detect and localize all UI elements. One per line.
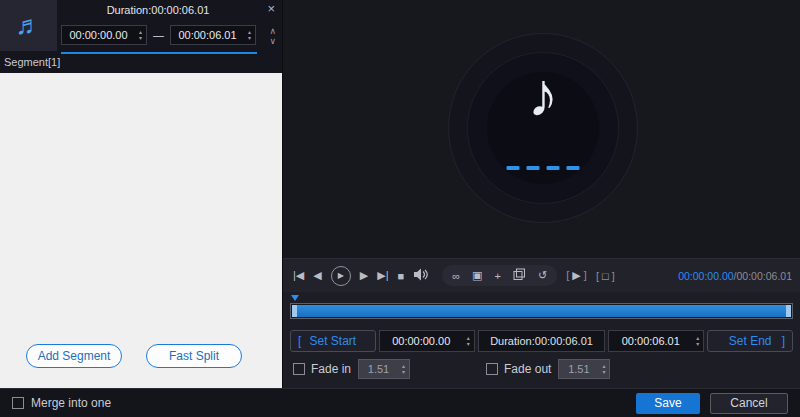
segment-stop-icon: □ [602,270,609,282]
playback-time-display: 00:00:00.00/00:00:06.01 [678,270,792,282]
snapshot-icon[interactable]: ▣ [472,269,482,282]
audio-clip-window: ♬ Duration:00:00:06.01 × 00:00:00.00 ▴ ▾… [0,0,800,417]
set-start-button[interactable]: [ Set Start [290,330,376,352]
playhead-marker[interactable] [291,295,299,301]
trim-start-time-input[interactable]: 00:00:00.00 ▴ ▾ [379,330,475,352]
fade-in-label: Fade in [311,362,351,376]
segment-end-time-value[interactable]: 00:00:06.01 [171,29,244,41]
spin-down-icon[interactable]: ▾ [398,369,409,375]
fade-out-duration-input[interactable]: 1.51 ▴ ▾ [558,359,610,379]
fade-in-duration-input[interactable]: 1.51 ▴ ▾ [358,359,410,379]
bracket-close-icon: ] [584,269,587,281]
fast-split-button[interactable]: Fast Split [146,344,242,368]
spin-down-icon[interactable]: ▾ [692,341,703,347]
trim-end-time-input[interactable]: 00:00:06.01 ▴ ▾ [608,330,704,352]
fade-out-label: Fade out [504,362,551,376]
footer-bar: Merge into one Save Cancel [0,388,800,417]
merge-into-one-checkbox[interactable] [12,397,24,409]
bracket-close-icon: ] [782,334,785,348]
spin-down-icon[interactable]: ▾ [598,369,609,375]
segment-list-panel: ♬ Duration:00:00:06.01 × 00:00:00.00 ▴ ▾… [0,0,283,388]
total-time: /00:00:06.01 [734,270,792,282]
spin-down-icon[interactable]: ▾ [135,35,146,41]
loop-icon[interactable]: ∞ [452,270,460,282]
segment-end-time-input[interactable]: 00:00:06.01 ▴ ▾ [170,25,256,45]
add-segment-button[interactable]: Add Segment [26,344,122,368]
vinyl-disc: ♪ [448,33,638,223]
bracket-open-icon: [ [298,334,301,348]
selected-range-fill[interactable] [292,305,791,317]
timeline [283,292,800,328]
range-separator: — [153,29,164,41]
music-note-icon: ♬ [16,10,42,41]
copy-icon[interactable] [513,268,526,283]
fade-out-value[interactable]: 1.51 [559,363,598,375]
bracket-open-icon: [ [596,270,599,282]
set-end-label: Set End [729,334,772,348]
fade-out-checkbox[interactable] [486,363,498,375]
chevron-up-icon[interactable]: ∧ [269,26,276,36]
dash [567,166,580,170]
segment-name-label: Segment[1] [4,56,60,68]
trim-end-time-value[interactable]: 00:00:06.01 [609,335,692,347]
add-icon[interactable]: + [495,270,501,282]
timeline-track[interactable] [290,303,793,319]
skip-to-end-icon[interactable]: ▶| [377,269,388,282]
step-forward-icon[interactable]: ▶ [360,269,368,282]
bracket-open-icon: [ [566,269,569,281]
spin-down-icon[interactable]: ▾ [244,35,255,41]
dash [507,166,520,170]
segment-progress-line [61,52,257,54]
edit-tools-group: ∞ ▣ + ↺ [442,265,557,286]
fade-in-checkbox[interactable] [293,363,305,375]
dash [547,166,560,170]
segment-play-icon: ▶ [572,269,580,281]
cancel-button[interactable]: Cancel [710,393,788,414]
duration-display: Duration:00:00:06.01 [478,330,606,352]
fade-controls-row: Fade in 1.51 ▴ ▾ Fade out 1.51 ▴ ▾ [293,359,610,379]
play-button[interactable]: ▶ [331,266,351,286]
spin-down-icon[interactable]: ▾ [463,341,474,347]
trim-start-handle[interactable] [292,305,297,317]
bracket-close-icon: ] [612,270,615,282]
close-icon[interactable]: × [267,2,275,16]
segment-duration-title: Duration:00:00:06.01 [60,4,256,16]
segment-start-time-input[interactable]: 00:00:00.00 ▴ ▾ [61,25,147,45]
dash [527,166,540,170]
stop-segment-button[interactable]: [ □ ] [596,270,615,282]
audio-loading-dashes [507,166,580,170]
trim-controls-row: [ Set Start 00:00:00.00 ▴ ▾ Duration:00:… [290,330,793,352]
reset-icon[interactable]: ↺ [538,269,547,282]
segment-item[interactable]: ♬ Duration:00:00:06.01 × 00:00:00.00 ▴ ▾… [0,0,282,73]
fade-in-value[interactable]: 1.51 [359,363,398,375]
preview-panel: ♪ |◀ ◀ ▶ ▶ ▶| ■ ∞ ▣ [283,0,800,388]
current-time: 00:00:00.00 [678,270,733,282]
chevron-down-icon[interactable]: ∨ [269,36,276,46]
segment-start-time-value[interactable]: 00:00:00.00 [62,29,135,41]
play-segment-button[interactable]: [ ▶ ] [566,269,587,282]
player-controls-bar: |◀ ◀ ▶ ▶ ▶| ■ ∞ ▣ + ↺ [ ▶ [283,258,800,292]
audio-preview-area: ♪ [283,0,800,258]
music-note-icon: ♪ [449,52,637,138]
stop-icon[interactable]: ■ [398,270,405,282]
skip-to-start-icon[interactable]: |◀ [293,269,304,282]
segment-thumbnail[interactable]: ♬ [0,0,57,51]
merge-into-one-label: Merge into one [31,396,111,410]
trim-start-time-value[interactable]: 00:00:00.00 [380,335,463,347]
set-end-button[interactable]: Set End ] [707,330,793,352]
trim-end-handle[interactable] [786,305,791,317]
set-start-label: Set Start [310,334,357,348]
step-back-icon[interactable]: ◀ [313,269,321,282]
volume-icon[interactable] [413,268,429,283]
play-icon: ▶ [338,271,344,280]
save-button[interactable]: Save [636,393,700,414]
